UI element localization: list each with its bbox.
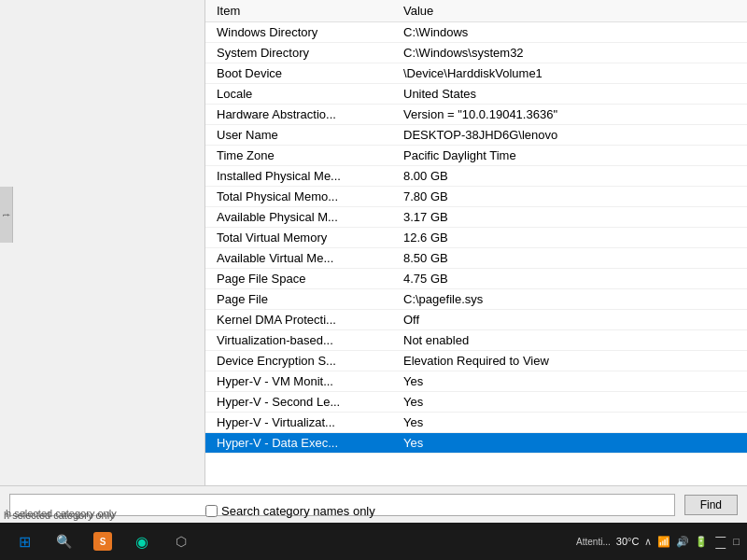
table-cell-item: Hyper-V - Second Le... bbox=[205, 392, 392, 413]
taskbar-start[interactable]: ⊞ bbox=[7, 527, 41, 555]
table-row[interactable]: User NameDESKTOP-38JHD6G\lenovo bbox=[205, 125, 747, 146]
table-cell-value: C:\Windows bbox=[392, 22, 747, 43]
table-row[interactable]: Device Encryption S...Elevation Required… bbox=[205, 351, 747, 371]
taskbar-search[interactable]: 🔍 bbox=[47, 527, 80, 555]
temp-label: 30°C bbox=[616, 536, 640, 547]
table-cell-value: 12.6 GB bbox=[392, 228, 747, 248]
table-row[interactable]: Hyper-V - Data Exec...Yes bbox=[205, 433, 747, 454]
table-cell-value: 3.17 GB bbox=[392, 207, 747, 228]
find-button[interactable]: Find bbox=[684, 495, 738, 515]
left-panel-label bbox=[0, 9, 204, 21]
table-cell-value: \Device\HarddiskVolume1 bbox=[392, 63, 747, 84]
search-taskbar-icon: 🔍 bbox=[54, 532, 73, 551]
column-header-item: Item bbox=[205, 0, 392, 22]
table-cell-item: Kernel DMA Protecti... bbox=[205, 310, 392, 330]
table-cell-value: Yes bbox=[392, 392, 747, 413]
table-cell-item: Locale bbox=[205, 84, 392, 105]
info-table: Item Value Windows DirectoryC:\WindowsSy… bbox=[205, 0, 747, 454]
table-cell-value: Not enabled bbox=[392, 330, 747, 351]
apps-icon: S bbox=[93, 532, 112, 551]
table-cell-value: DESKTOP-38JHD6G\lenovo bbox=[392, 125, 747, 146]
table-cell-value: Yes bbox=[392, 413, 747, 433]
notification-icon[interactable]: □ bbox=[733, 536, 740, 547]
attention-label: Attenti... bbox=[576, 537, 611, 547]
search-category-checkbox-label: Search category names only bbox=[221, 504, 375, 518]
taskbar-apps[interactable]: S bbox=[86, 527, 120, 555]
table-row[interactable]: Page FileC:\pagefile.sys bbox=[205, 289, 747, 310]
clock-time: — bbox=[715, 530, 726, 541]
table-row[interactable]: Total Virtual Memory12.6 GB bbox=[205, 228, 747, 248]
table-cell-value: Version = "10.0.19041.3636" bbox=[392, 105, 747, 125]
table-row[interactable]: Windows DirectoryC:\Windows bbox=[205, 22, 747, 43]
table-row[interactable]: System DirectoryC:\Windows\system32 bbox=[205, 43, 747, 63]
network-icon: 📶 bbox=[657, 536, 670, 548]
table-row[interactable]: Virtualization-based...Not enabled bbox=[205, 330, 747, 351]
table-cell-value: Off bbox=[392, 310, 747, 330]
left-panel bbox=[0, 0, 205, 485]
chevron-up-icon[interactable]: ∧ bbox=[644, 536, 652, 548]
table-row[interactable]: Available Virtual Me...8.50 GB bbox=[205, 248, 747, 269]
table-row[interactable]: Hyper-V - VM Monit...Yes bbox=[205, 371, 747, 392]
table-cell-item: Available Physical M... bbox=[205, 207, 392, 228]
table-cell-value: Pacific Daylight Time bbox=[392, 146, 747, 166]
taskbar-browser[interactable]: ◉ bbox=[125, 527, 159, 555]
table-cell-item: Boot Device bbox=[205, 63, 392, 84]
table-row[interactable]: Boot Device\Device\HarddiskVolume1 bbox=[205, 63, 747, 84]
table-row[interactable]: Time ZonePacific Daylight Time bbox=[205, 146, 747, 166]
search-category-checkbox[interactable] bbox=[205, 505, 218, 517]
side-tab: t bbox=[0, 187, 13, 243]
table-row[interactable]: Hyper-V - Virtualizat...Yes bbox=[205, 413, 747, 433]
table-cell-item: Virtualization-based... bbox=[205, 330, 392, 351]
table-cell-value: 8.50 GB bbox=[392, 248, 747, 269]
taskbar: ⊞ 🔍 S ◉ ⬡ Attenti... 30°C ∧ 📶 🔊 🔋 — — □ bbox=[0, 523, 747, 560]
table-cell-item: Windows Directory bbox=[205, 22, 392, 43]
search-category-note: h selected category only bbox=[4, 510, 115, 521]
table-cell-value: 8.00 GB bbox=[392, 166, 747, 187]
table-cell-value: Yes bbox=[392, 433, 747, 454]
extra-icon: ⬡ bbox=[172, 532, 190, 551]
table-cell-item: Available Virtual Me... bbox=[205, 248, 392, 269]
table-row[interactable]: Kernel DMA Protecti...Off bbox=[205, 310, 747, 330]
taskbar-extra[interactable]: ⬡ bbox=[164, 527, 198, 555]
table-cell-value: C:\pagefile.sys bbox=[392, 289, 747, 310]
checkbox-row: Search category names only bbox=[205, 504, 375, 518]
table-cell-value: 7.80 GB bbox=[392, 187, 747, 207]
system-tray: Attenti... 30°C ∧ 📶 🔊 🔋 bbox=[576, 536, 708, 548]
table-cell-item: Installed Physical Me... bbox=[205, 166, 392, 187]
taskbar-clock: — — bbox=[715, 530, 726, 553]
table-cell-item: Total Physical Memo... bbox=[205, 187, 392, 207]
table-row[interactable]: Page File Space4.75 GB bbox=[205, 269, 747, 289]
table-row[interactable]: Available Physical M...3.17 GB bbox=[205, 207, 747, 228]
browser-icon: ◉ bbox=[133, 532, 151, 551]
table-cell-value: Elevation Required to View bbox=[392, 351, 747, 371]
clock-date: — bbox=[715, 541, 726, 553]
speaker-icon: 🔊 bbox=[676, 536, 689, 548]
table-cell-item: Page File Space bbox=[205, 269, 392, 289]
table-cell-item: Hyper-V - Virtualizat... bbox=[205, 413, 392, 433]
table-cell-item: Device Encryption S... bbox=[205, 351, 392, 371]
table-cell-item: Hyper-V - VM Monit... bbox=[205, 371, 392, 392]
table-cell-value: United States bbox=[392, 84, 747, 105]
table-cell-item: Hardware Abstractio... bbox=[205, 105, 392, 125]
table-row[interactable]: LocaleUnited States bbox=[205, 84, 747, 105]
table-cell-value: Yes bbox=[392, 371, 747, 392]
battery-icon: 🔋 bbox=[695, 536, 708, 548]
table-cell-item: Total Virtual Memory bbox=[205, 228, 392, 248]
content-area: Item Value Windows DirectoryC:\WindowsSy… bbox=[205, 0, 747, 485]
table-cell-value: 4.75 GB bbox=[392, 269, 747, 289]
table-cell-item: User Name bbox=[205, 125, 392, 146]
table-cell-item: System Directory bbox=[205, 43, 392, 63]
table-cell-item: Time Zone bbox=[205, 146, 392, 166]
column-header-value: Value bbox=[392, 0, 747, 22]
table-row[interactable]: Hyper-V - Second Le...Yes bbox=[205, 392, 747, 413]
table-cell-item: Page File bbox=[205, 289, 392, 310]
table-cell-item: Hyper-V - Data Exec... bbox=[205, 433, 392, 454]
table-row[interactable]: Hardware Abstractio...Version = "10.0.19… bbox=[205, 105, 747, 125]
main-area: Item Value Windows DirectoryC:\WindowsSy… bbox=[0, 0, 747, 485]
taskbar-right: Attenti... 30°C ∧ 📶 🔊 🔋 — — □ bbox=[576, 530, 740, 553]
windows-icon: ⊞ bbox=[15, 532, 34, 551]
table-row[interactable]: Total Physical Memo...7.80 GB bbox=[205, 187, 747, 207]
table-row[interactable]: Installed Physical Me...8.00 GB bbox=[205, 166, 747, 187]
table-cell-value: C:\Windows\system32 bbox=[392, 43, 747, 63]
